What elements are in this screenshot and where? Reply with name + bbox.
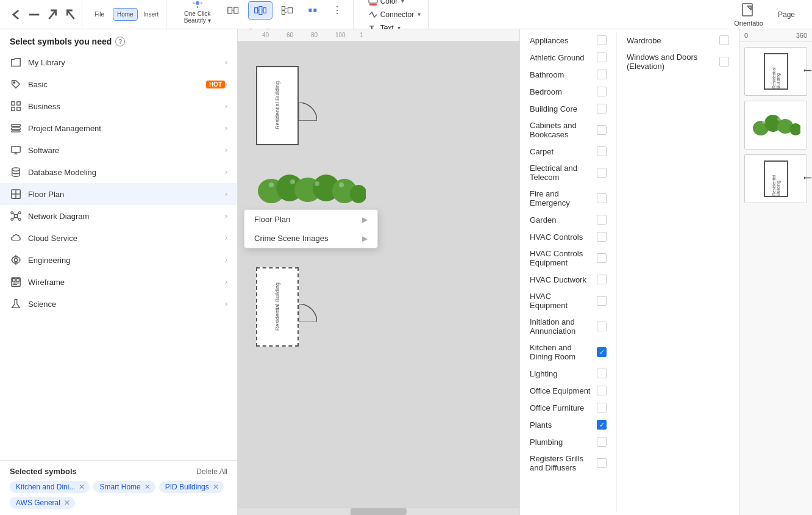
layout-4-button[interactable] bbox=[302, 2, 326, 19]
checkbox-7[interactable] bbox=[597, 168, 607, 178]
preview-card-1[interactable] bbox=[744, 101, 807, 149]
tab-file[interactable]: File bbox=[87, 9, 112, 20]
back-button[interactable] bbox=[7, 6, 24, 23]
checklist-right-item-1[interactable]: Windows and Doors (Elevation) bbox=[617, 49, 739, 74]
checklist-item-0[interactable]: Appliances bbox=[520, 32, 616, 49]
tag-aws-close[interactable]: ✕ bbox=[64, 499, 70, 507]
orientation-button[interactable]: Orientatio bbox=[729, 0, 768, 29]
sidebar-item-science[interactable]: Science › bbox=[0, 293, 237, 315]
checklist-right-item-0[interactable]: Wardrobe bbox=[617, 32, 739, 49]
tag-pid-close[interactable]: ✕ bbox=[213, 483, 219, 491]
checklist-item-2[interactable]: Bathroom bbox=[520, 66, 616, 83]
checklist-item-15[interactable]: Kitchen and Dining Room bbox=[520, 339, 616, 365]
checklist-item-20[interactable]: Plumbing bbox=[520, 433, 616, 450]
checklist-item-19[interactable]: Plants bbox=[520, 416, 616, 433]
checklist-scroll[interactable]: Appliances Athletic Ground Bathroom Bedr… bbox=[520, 29, 739, 515]
checklist-item-21[interactable]: Registers Grills and Diffusers bbox=[520, 450, 616, 476]
preview-card-0[interactable]: Residential Building bbox=[744, 47, 807, 96]
scrollbar-thumb[interactable] bbox=[351, 508, 407, 515]
checklist-item-13[interactable]: HVAC Equipment bbox=[520, 288, 616, 314]
checkbox-13[interactable] bbox=[597, 296, 607, 306]
checkbox-12[interactable] bbox=[597, 275, 607, 284]
checkbox-3[interactable] bbox=[597, 87, 607, 96]
checkbox-19[interactable] bbox=[597, 420, 607, 430]
dropdown-floor-plan[interactable]: Floor Plan ▶ bbox=[244, 210, 377, 229]
checklist-item-16[interactable]: Lighting bbox=[520, 365, 616, 382]
help-icon[interactable]: ? bbox=[115, 37, 125, 46]
building-item-1[interactable]: Residential Building bbox=[256, 66, 299, 145]
sidebar-item-network-diagram[interactable]: Network Diagram › bbox=[0, 205, 237, 227]
checklist-item-12[interactable]: HVAC Ductwork bbox=[520, 271, 616, 288]
checklist-item-18[interactable]: Office Furniture bbox=[520, 399, 616, 416]
sidebar-item-basic[interactable]: Basic HOT › bbox=[0, 73, 237, 95]
checkbox-17[interactable] bbox=[597, 386, 607, 395]
checkbox-2[interactable] bbox=[597, 70, 607, 79]
checklist-item-6[interactable]: Carpet bbox=[520, 143, 616, 160]
tag-smart-home[interactable]: Smart Home ✕ bbox=[93, 481, 155, 493]
checklist-item-14[interactable]: Initiation and Annunciation bbox=[520, 314, 616, 339]
sidebar-item-engineering[interactable]: Engineering › bbox=[0, 249, 237, 271]
checkbox-21[interactable] bbox=[597, 458, 607, 468]
layout-2-button[interactable] bbox=[248, 1, 272, 20]
dropdown-crime-scene[interactable]: Crime Scene Images ▶ bbox=[244, 229, 377, 248]
layout-3-button[interactable] bbox=[275, 2, 299, 19]
sidebar-item-my-library[interactable]: My Library › bbox=[0, 51, 237, 73]
sidebar-item-floor-plan[interactable]: Floor Plan › bbox=[0, 183, 237, 205]
checkbox-9[interactable] bbox=[597, 215, 607, 225]
sidebar-item-database-modeling[interactable]: Database Modeling › bbox=[0, 161, 237, 183]
checklist-item-5[interactable]: Cabinets and Bookcases bbox=[520, 117, 616, 143]
layout-1-button[interactable] bbox=[221, 2, 246, 19]
tag-aws[interactable]: AWS General ✕ bbox=[10, 497, 75, 509]
checklist-item-4[interactable]: Building Core bbox=[520, 100, 616, 117]
connector-button[interactable]: Connector ▾ bbox=[366, 9, 423, 21]
horizontal-scrollbar[interactable] bbox=[238, 508, 519, 515]
checkbox-4[interactable] bbox=[597, 104, 607, 113]
checkbox-20[interactable] bbox=[597, 437, 607, 447]
sidebar-item-project-management[interactable]: Project Management › bbox=[0, 117, 237, 139]
checkbox-5[interactable] bbox=[597, 125, 607, 135]
checkbox-6[interactable] bbox=[597, 146, 607, 156]
sidebar-item-wireframe[interactable]: Wireframe › bbox=[0, 271, 237, 293]
tag-kitchen-close[interactable]: ✕ bbox=[79, 483, 85, 491]
toolbar: File Home Insert One ClickBeautify ▾ bbox=[0, 0, 812, 29]
checkbox-14[interactable] bbox=[597, 322, 607, 331]
svg-rect-29 bbox=[12, 107, 15, 110]
checklist-item-3[interactable]: Bedroom bbox=[520, 83, 616, 100]
preview-card-2[interactable]: Residential Building bbox=[744, 154, 807, 203]
checkbox-0[interactable] bbox=[597, 35, 607, 45]
building-item-3[interactable]: Residential Building bbox=[256, 267, 299, 347]
canvas-content[interactable]: Residential Building bbox=[238, 41, 519, 515]
checkbox-right-1[interactable] bbox=[719, 57, 729, 67]
one-click-beautify-button[interactable]: One ClickBeautify ▾ bbox=[176, 0, 219, 26]
checklist-item-1[interactable]: Athletic Ground bbox=[520, 49, 616, 66]
checkbox-8[interactable] bbox=[597, 193, 607, 203]
color-button[interactable]: Color ▾ bbox=[366, 0, 423, 7]
checklist-item-11[interactable]: HVAC Controls Equipment bbox=[520, 245, 616, 271]
sidebar-item-cloud-service[interactable]: Cloud Service › bbox=[0, 227, 237, 249]
checkbox-10[interactable] bbox=[597, 232, 607, 242]
checklist-item-9[interactable]: Garden bbox=[520, 211, 616, 228]
page-button[interactable]: Page bbox=[773, 8, 800, 21]
checkbox-16[interactable] bbox=[597, 369, 607, 378]
checklist-item-10[interactable]: HVAC Controls bbox=[520, 228, 616, 245]
more-layouts-button[interactable]: ⋮ bbox=[329, 2, 346, 19]
checklist-item-17[interactable]: Office Equipment bbox=[520, 382, 616, 399]
checkbox-11[interactable] bbox=[597, 253, 607, 263]
tab-insert[interactable]: Insert bbox=[139, 9, 163, 20]
checkbox-15[interactable] bbox=[597, 347, 607, 357]
history-back-button[interactable] bbox=[44, 6, 61, 23]
checklist-item-8[interactable]: Fire and Emergency bbox=[520, 185, 616, 211]
delete-all-button[interactable]: Delete All bbox=[196, 467, 227, 476]
tag-smart-home-close[interactable]: ✕ bbox=[144, 483, 151, 491]
tag-kitchen[interactable]: Kitchen and Dini... ✕ bbox=[10, 481, 90, 493]
checkbox-18[interactable] bbox=[597, 403, 607, 412]
checklist-item-7[interactable]: Electrical and Telecom bbox=[520, 160, 616, 185]
checkbox-1[interactable] bbox=[597, 52, 607, 62]
tab-home[interactable]: Home bbox=[113, 8, 138, 21]
sidebar-item-business[interactable]: Business › bbox=[0, 95, 237, 117]
tag-pid[interactable]: PID Buildings ✕ bbox=[159, 481, 224, 493]
checkbox-right-0[interactable] bbox=[719, 35, 729, 45]
minimize-button[interactable] bbox=[26, 6, 43, 23]
history-forward-button[interactable] bbox=[62, 6, 79, 23]
sidebar-item-software[interactable]: Software › bbox=[0, 139, 237, 161]
